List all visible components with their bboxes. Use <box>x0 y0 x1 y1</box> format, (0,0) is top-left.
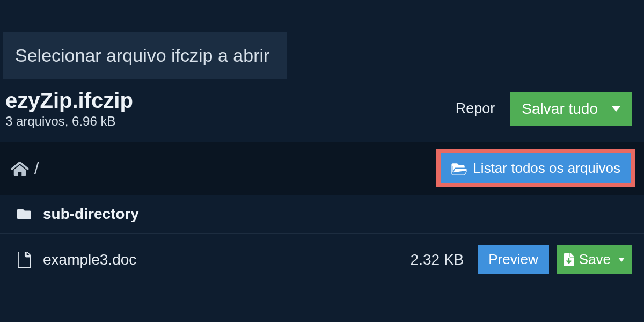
save-button[interactable]: Save <box>557 245 632 274</box>
folder-open-icon <box>451 162 467 175</box>
header-actions: Repor Salvar tudo <box>456 92 632 126</box>
file-row-name: example3.doc <box>43 251 411 268</box>
list-item-file: example3.doc 2.32 KB Preview Save <box>0 234 644 285</box>
file-summary: 3 arquivos, 6.96 kB <box>5 114 133 129</box>
chevron-down-icon <box>612 106 620 112</box>
file-row-size: 2.32 KB <box>411 251 464 268</box>
save-all-button[interactable]: Salvar tudo <box>510 92 632 126</box>
save-label: Save <box>579 251 611 268</box>
list-item-folder[interactable]: sub-directory <box>0 195 644 234</box>
download-icon <box>563 253 575 266</box>
list-all-files-button[interactable]: Listar todos os arquivos <box>441 153 631 183</box>
breadcrumb[interactable]: / <box>11 159 39 178</box>
save-all-label: Salvar tudo <box>522 100 598 118</box>
tab-select-file[interactable]: Selecionar arquivo ifczip a abrir <box>3 32 287 79</box>
reset-link[interactable]: Repor <box>456 100 495 117</box>
tab-bar: Selecionar arquivo ifczip a abrir <box>0 32 644 79</box>
home-icon <box>11 160 29 177</box>
chevron-down-icon <box>618 258 625 262</box>
preview-label: Preview <box>488 251 538 268</box>
breadcrumb-bar: / Listar todos os arquivos <box>0 142 644 195</box>
list-all-files-label: Listar todos os arquivos <box>473 160 620 177</box>
tab-label: Selecionar arquivo ifczip a abrir <box>15 45 269 65</box>
file-name: ezyZip.ifczip <box>5 89 133 113</box>
file-list: sub-directory example3.doc 2.32 KB Previ… <box>0 195 644 285</box>
file-row-actions: Preview Save <box>478 245 632 274</box>
highlight-frame: Listar todos os arquivos <box>436 149 635 187</box>
folder-icon <box>15 207 33 221</box>
file-info: ezyZip.ifczip 3 arquivos, 6.96 kB <box>5 89 133 129</box>
file-icon <box>15 252 33 268</box>
breadcrumb-separator: / <box>34 159 39 178</box>
file-header: ezyZip.ifczip 3 arquivos, 6.96 kB Repor … <box>0 79 644 136</box>
folder-name: sub-directory <box>43 206 632 223</box>
preview-button[interactable]: Preview <box>478 245 548 274</box>
